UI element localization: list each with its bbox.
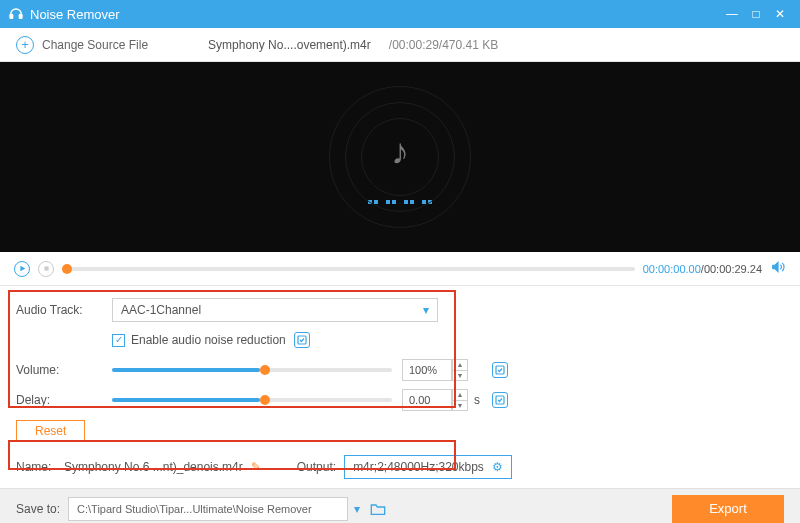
- delay-reset-icon[interactable]: [492, 392, 508, 408]
- source-file-meta: /00:00:29/470.41 KB: [389, 38, 498, 52]
- audio-disc-visual: ♪: [325, 82, 475, 232]
- audio-track-select[interactable]: AAC-1Channel ▾: [112, 298, 438, 322]
- svg-rect-1: [19, 14, 22, 18]
- audio-track-row: Audio Track: AAC-1Channel ▾: [16, 296, 784, 324]
- delay-slider[interactable]: [112, 398, 392, 402]
- media-preview: ♪: [0, 62, 800, 252]
- music-note-icon: ♪: [391, 131, 409, 173]
- noise-settings-icon[interactable]: [294, 332, 310, 348]
- volume-icon[interactable]: [770, 260, 786, 277]
- svg-marker-4: [773, 262, 778, 271]
- output-format-value: m4r;2;48000Hz;320kbps: [353, 460, 484, 474]
- minimize-button[interactable]: —: [720, 4, 744, 24]
- playbar: 00:00:00.00/00:00:29.24: [0, 252, 800, 286]
- delay-label: Delay:: [16, 393, 112, 407]
- seek-knob[interactable]: [62, 264, 72, 274]
- svg-rect-0: [10, 14, 13, 18]
- app-logo-icon: [8, 5, 24, 24]
- output-name-value: Symphony No.6 ...nt)_denois.m4r: [64, 460, 243, 474]
- step-down[interactable]: ▼: [453, 401, 467, 411]
- footer: Save to: C:\Tipard Studio\Tipar...Ultima…: [0, 488, 800, 523]
- chevron-down-icon[interactable]: ▾: [354, 502, 360, 516]
- settings-panel: Audio Track: AAC-1Channel ▾ ✓ Enable aud…: [0, 286, 800, 488]
- gear-icon[interactable]: ⚙: [492, 460, 503, 474]
- app-title: Noise Remover: [30, 7, 720, 22]
- titlebar: Noise Remover — □ ✕: [0, 0, 800, 28]
- volume-stepper[interactable]: ▲▼: [452, 359, 468, 381]
- change-source-button[interactable]: + Change Source File: [16, 36, 148, 54]
- delay-unit: s: [474, 393, 484, 407]
- checkbox-icon: ✓: [112, 334, 125, 347]
- step-up[interactable]: ▲: [453, 390, 467, 401]
- volume-row: Volume: 100% ▲▼: [16, 356, 784, 384]
- enable-noise-label: Enable audio noise reduction: [131, 333, 286, 347]
- maximize-button[interactable]: □: [744, 4, 768, 24]
- volume-input[interactable]: 100%: [402, 359, 452, 381]
- time-total: /00:00:29.24: [701, 263, 762, 275]
- stop-button[interactable]: [38, 261, 54, 277]
- delay-row: Delay: 0.00 ▲▼ s: [16, 386, 784, 414]
- reset-button[interactable]: Reset: [16, 420, 85, 442]
- pencil-icon[interactable]: ✎: [251, 460, 261, 474]
- output-format-box[interactable]: m4r;2;48000Hz;320kbps ⚙: [344, 455, 512, 479]
- change-source-label: Change Source File: [42, 38, 148, 52]
- chevron-down-icon: ▾: [423, 303, 429, 317]
- source-file-name: Symphony No....ovement).m4r: [208, 38, 371, 52]
- open-folder-button[interactable]: [370, 502, 386, 516]
- plus-icon: +: [16, 36, 34, 54]
- delay-stepper[interactable]: ▲▼: [452, 389, 468, 411]
- audio-track-label: Audio Track:: [16, 303, 112, 317]
- svg-rect-3: [44, 266, 48, 270]
- delay-knob[interactable]: [260, 395, 270, 405]
- time-display: 00:00:00.00/00:00:29.24: [643, 263, 762, 275]
- output-label: Output:: [297, 460, 336, 474]
- toolbar: + Change Source File Symphony No....ovem…: [0, 28, 800, 62]
- export-button[interactable]: Export: [672, 495, 784, 523]
- save-path-field[interactable]: C:\Tipard Studio\Tipar...Ultimate\Noise …: [68, 497, 348, 521]
- time-current: 00:00:00.00: [643, 263, 701, 275]
- close-button[interactable]: ✕: [768, 4, 792, 24]
- step-down[interactable]: ▼: [453, 371, 467, 381]
- volume-slider[interactable]: [112, 368, 392, 372]
- play-button[interactable]: [14, 261, 30, 277]
- name-label: Name:: [16, 460, 64, 474]
- noise-reduction-row: ✓ Enable audio noise reduction: [16, 326, 784, 354]
- volume-knob[interactable]: [260, 365, 270, 375]
- output-row: Name: Symphony No.6 ...nt)_denois.m4r ✎ …: [16, 452, 784, 482]
- save-to-label: Save to:: [16, 502, 60, 516]
- delay-input[interactable]: 0.00: [402, 389, 452, 411]
- step-up[interactable]: ▲: [453, 360, 467, 371]
- svg-marker-2: [20, 266, 25, 272]
- seek-slider[interactable]: [62, 267, 635, 271]
- equalizer-icon: [368, 200, 432, 204]
- volume-reset-icon[interactable]: [492, 362, 508, 378]
- enable-noise-checkbox[interactable]: ✓ Enable audio noise reduction: [112, 333, 286, 347]
- audio-track-value: AAC-1Channel: [121, 303, 201, 317]
- volume-label: Volume:: [16, 363, 112, 377]
